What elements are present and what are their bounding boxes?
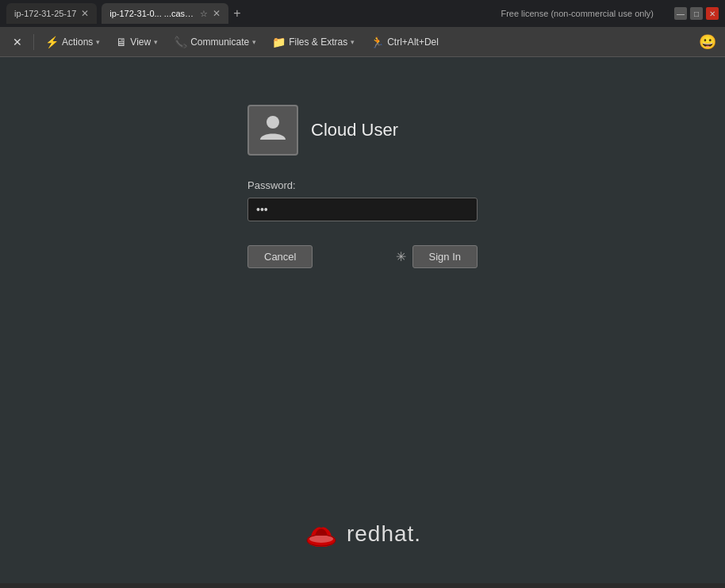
login-form: Cloud User Password: Cancel ✳ Sign In bbox=[247, 105, 478, 268]
title-bar: ip-172-31-25-17 ✕ ip-172-31-0... ...cast… bbox=[0, 0, 725, 27]
files-arrow: ▾ bbox=[351, 38, 355, 46]
lightning-icon: ⚡ bbox=[45, 36, 59, 48]
window-controls: Free license (non-commercial use only) —… bbox=[501, 7, 719, 20]
loading-spinner: ✳ bbox=[396, 249, 406, 264]
tab-2-close[interactable]: ✕ bbox=[213, 8, 221, 19]
license-text: Free license (non-commercial use only) bbox=[501, 9, 654, 18]
password-label: Password: bbox=[247, 179, 296, 191]
actions-button[interactable]: ⚡ Actions ▾ bbox=[39, 31, 106, 53]
communicate-label: Communicate bbox=[190, 37, 249, 48]
remote-toolbar: ✕ ⚡ Actions ▾ 🖥 View ▾ 📞 Communicate ▾ 📁… bbox=[0, 27, 725, 57]
redhat-hat-icon bbox=[304, 517, 339, 551]
buttons-row: Cancel ✳ Sign In bbox=[247, 245, 478, 268]
tab-1[interactable]: ip-172-31-25-17 ✕ bbox=[6, 3, 97, 24]
actions-arrow: ▾ bbox=[96, 38, 100, 46]
phone-icon: 📞 bbox=[174, 36, 187, 48]
main-content: Cloud User Password: Cancel ✳ Sign In re… bbox=[0, 57, 725, 583]
communicate-arrow: ▾ bbox=[252, 38, 256, 46]
separator-1 bbox=[33, 34, 34, 50]
maximize-button[interactable]: □ bbox=[690, 7, 703, 20]
avatar bbox=[247, 105, 298, 156]
window-controls-group: — □ ✕ bbox=[674, 7, 719, 20]
view-button[interactable]: 🖥 View ▾ bbox=[109, 31, 164, 53]
view-arrow: ▾ bbox=[154, 38, 158, 46]
tab-2-label: ip-172-31-0... ...cast-1.compute.interna… bbox=[109, 9, 195, 18]
tab-1-label: ip-172-31-25-17 bbox=[14, 9, 76, 18]
cancel-button[interactable]: Cancel bbox=[247, 245, 313, 268]
ctrl-alt-del-button[interactable]: 🏃 Ctrl+Alt+Del bbox=[364, 31, 445, 53]
signin-area: ✳ Sign In bbox=[396, 245, 478, 268]
monitor-icon: 🖥 bbox=[116, 36, 127, 48]
run-icon: 🏃 bbox=[370, 36, 384, 48]
tabs-area: ip-172-31-25-17 ✕ ip-172-31-0... ...cast… bbox=[6, 3, 241, 24]
minimize-button[interactable]: — bbox=[674, 7, 687, 20]
actions-label: Actions bbox=[62, 37, 93, 48]
emoji-button[interactable]: 😀 bbox=[696, 31, 719, 53]
new-tab-button[interactable]: + bbox=[233, 6, 240, 21]
tab-1-close[interactable]: ✕ bbox=[81, 8, 89, 19]
redhat-logo: redhat. bbox=[304, 517, 421, 551]
username-label: Cloud User bbox=[311, 120, 398, 140]
signin-button[interactable]: Sign In bbox=[412, 245, 478, 268]
toolbar-close-button[interactable]: ✕ bbox=[6, 31, 29, 53]
ctrl-alt-del-label: Ctrl+Alt+Del bbox=[387, 37, 439, 48]
communicate-button[interactable]: 📞 Communicate ▾ bbox=[167, 31, 263, 53]
user-row: Cloud User bbox=[247, 105, 398, 156]
tab-2[interactable]: ip-172-31-0... ...cast-1.compute.interna… bbox=[102, 3, 228, 24]
view-label: View bbox=[130, 37, 151, 48]
files-extras-button[interactable]: 📁 Files & Extras ▾ bbox=[266, 31, 361, 53]
files-label: Files & Extras bbox=[289, 37, 347, 48]
tab-2-star[interactable]: ☆ bbox=[200, 9, 208, 19]
password-input[interactable] bbox=[247, 198, 478, 221]
close-window-button[interactable]: ✕ bbox=[706, 7, 719, 20]
files-icon: 📁 bbox=[272, 36, 286, 48]
svg-point-0 bbox=[267, 116, 279, 129]
redhat-brand-text: redhat. bbox=[347, 521, 421, 547]
user-avatar-icon bbox=[257, 111, 289, 150]
